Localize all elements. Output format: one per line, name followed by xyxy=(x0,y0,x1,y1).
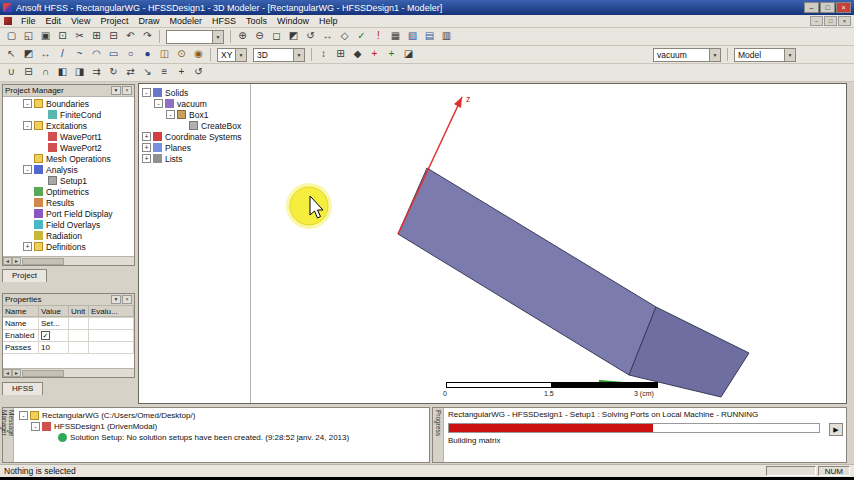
draw-box-icon[interactable]: ◫ xyxy=(156,47,173,62)
dropdown-arrow-icon[interactable]: ▼ xyxy=(235,49,246,61)
fit-selection-icon[interactable]: ◩ xyxy=(285,29,302,44)
panel-menu-icon[interactable]: ▼ xyxy=(111,295,121,304)
mt-item-planes[interactable]: + Planes xyxy=(139,142,250,153)
menu-help[interactable]: Help xyxy=(314,16,343,26)
menu-window[interactable]: Window xyxy=(272,16,314,26)
tab-hfss[interactable]: HFSS xyxy=(2,382,43,395)
pm-item-port-field-display[interactable]: Port Field Display xyxy=(3,208,134,219)
pm-item-field-overlays[interactable]: Field Overlays xyxy=(3,219,134,230)
draw-cylinder-icon[interactable]: ⊙ xyxy=(173,47,190,62)
view-mode-combo[interactable]: 3D ▼ xyxy=(253,48,305,62)
property-value[interactable]: 10 xyxy=(39,342,69,353)
move-mode-icon[interactable]: ↔ xyxy=(37,47,54,62)
print-icon[interactable]: ⊡ xyxy=(54,29,71,44)
duplicate-mirror-icon[interactable]: ⇄ xyxy=(122,65,139,80)
menu-modeler[interactable]: Modeler xyxy=(164,16,207,26)
expander-icon[interactable]: - xyxy=(31,422,40,431)
scroll-right-icon[interactable]: ► xyxy=(12,257,21,265)
boolean-subtract-icon[interactable]: ⊟ xyxy=(20,65,37,80)
material-combo[interactable]: vacuum ▼ xyxy=(653,48,721,62)
snap-mode-icon[interactable]: ◆ xyxy=(349,47,366,62)
rotate-view-icon[interactable]: ↺ xyxy=(302,29,319,44)
grid-settings-icon[interactable]: ⊞ xyxy=(332,47,349,62)
viewport-canvas[interactable]: z xyxy=(251,84,845,403)
boolean-intersect-icon[interactable]: ∩ xyxy=(37,65,54,80)
job-monitor-icon[interactable]: ▥ xyxy=(438,29,455,44)
measure-icon[interactable]: ↕ xyxy=(315,47,332,62)
zoom-in-icon[interactable]: ⊕ xyxy=(234,29,251,44)
draw-line-icon[interactable]: / xyxy=(54,47,71,62)
scroll-thumb[interactable] xyxy=(22,258,64,265)
orient-view-icon[interactable]: ◇ xyxy=(336,29,353,44)
scroll-right-icon[interactable]: ► xyxy=(12,369,21,377)
align-icon[interactable]: ≡ xyxy=(156,65,173,80)
mt-item-vacuum[interactable]: - vacuum xyxy=(139,98,250,109)
minimize-button[interactable]: – xyxy=(804,2,819,13)
move-icon[interactable]: + xyxy=(173,65,190,80)
local-cs-icon[interactable]: + xyxy=(366,47,383,62)
pm-item-radiation[interactable]: Radiation xyxy=(3,230,134,241)
simulation-combo[interactable]: ▼ xyxy=(166,30,224,44)
menu-file[interactable]: File xyxy=(16,16,41,26)
mt-item-solids[interactable]: - Solids xyxy=(139,87,250,98)
select-face-icon[interactable]: ◩ xyxy=(20,47,37,62)
child-restore-button[interactable]: □ xyxy=(824,16,837,26)
waveguide-front-face[interactable] xyxy=(398,168,656,375)
drawing-plane-combo[interactable]: XY ▼ xyxy=(217,48,247,62)
analyze-all-icon[interactable]: ! xyxy=(370,29,387,44)
draw-arc-icon[interactable]: ◠ xyxy=(88,47,105,62)
redo-icon[interactable]: ↷ xyxy=(139,29,156,44)
pm-item-results[interactable]: Results xyxy=(3,197,134,208)
draw-rectangle-icon[interactable]: ▭ xyxy=(105,47,122,62)
properties-header[interactable]: Properties ▼ × xyxy=(3,294,134,306)
section-icon[interactable]: ◨ xyxy=(71,65,88,80)
mt-item-lists[interactable]: + Lists xyxy=(139,153,250,164)
save-icon[interactable]: ▣ xyxy=(37,29,54,44)
pan-view-icon[interactable]: ↔ xyxy=(319,29,336,44)
cut-icon[interactable]: ✂ xyxy=(71,29,88,44)
mt-item-box1[interactable]: - Box1 xyxy=(139,109,250,120)
project-manager-header[interactable]: Project Manager ▼ × xyxy=(3,85,134,97)
expander-icon[interactable]: + xyxy=(142,154,151,163)
child-window-icon[interactable] xyxy=(4,17,12,25)
matrix-data-icon[interactable]: ▦ xyxy=(387,29,404,44)
panel-close-icon[interactable]: × xyxy=(122,295,132,304)
scroll-thumb[interactable] xyxy=(22,370,64,377)
menu-view[interactable]: View xyxy=(66,16,95,26)
duplicate-along-line-icon[interactable]: ⇉ xyxy=(88,65,105,80)
panel-menu-icon[interactable]: ▼ xyxy=(111,86,121,95)
rotate-icon[interactable]: ↺ xyxy=(190,65,207,80)
property-row-name[interactable]: Name Set... xyxy=(3,318,134,330)
titlebar[interactable]: Ansoft HFSS - RectangularWG - HFSSDesign… xyxy=(0,0,854,15)
property-value[interactable]: Set... xyxy=(39,318,69,329)
mt-item-coordinate-systems[interactable]: + Coordinate Systems xyxy=(139,131,250,142)
expander-icon[interactable]: + xyxy=(142,132,151,141)
model-display-combo[interactable]: Model ▼ xyxy=(734,48,796,62)
pm-item-definitions[interactable]: + Definitions xyxy=(3,241,134,252)
maximize-button[interactable]: □ xyxy=(820,2,835,13)
pm-item-mesh-operations[interactable]: Mesh Operations xyxy=(3,153,134,164)
copy-icon[interactable]: ⊞ xyxy=(88,29,105,44)
fit-all-icon[interactable]: ◻ xyxy=(268,29,285,44)
expander-icon[interactable]: - xyxy=(166,110,175,119)
scale-icon[interactable]: ↘ xyxy=(139,65,156,80)
relative-cs-icon[interactable]: + xyxy=(383,47,400,62)
expander-icon[interactable]: - xyxy=(23,121,32,130)
split-icon[interactable]: ◧ xyxy=(54,65,71,80)
face-cs-icon[interactable]: ◪ xyxy=(400,47,417,62)
paste-icon[interactable]: ⊟ xyxy=(105,29,122,44)
draw-ellipse-icon[interactable]: ○ xyxy=(122,47,139,62)
field-plot-icon[interactable]: ▧ xyxy=(404,29,421,44)
expand-progress-button[interactable]: ▶ xyxy=(829,423,843,436)
new-file-icon[interactable]: ▢ xyxy=(3,29,20,44)
pm-item-boundaries[interactable]: - Boundaries xyxy=(3,98,134,109)
draw-sphere-icon[interactable]: ◉ xyxy=(190,47,207,62)
open-file-icon[interactable]: ◱ xyxy=(20,29,37,44)
select-object-icon[interactable]: ↖ xyxy=(3,47,20,62)
undo-icon[interactable]: ↶ xyxy=(122,29,139,44)
pm-item-excitations[interactable]: - Excitations xyxy=(3,120,134,131)
dropdown-arrow-icon[interactable]: ▼ xyxy=(709,49,720,61)
pm-item-waveport2[interactable]: WavePort2 xyxy=(3,142,134,153)
scroll-left-icon[interactable]: ◄ xyxy=(3,369,12,377)
pm-item-finitecond[interactable]: FiniteCond xyxy=(3,109,134,120)
